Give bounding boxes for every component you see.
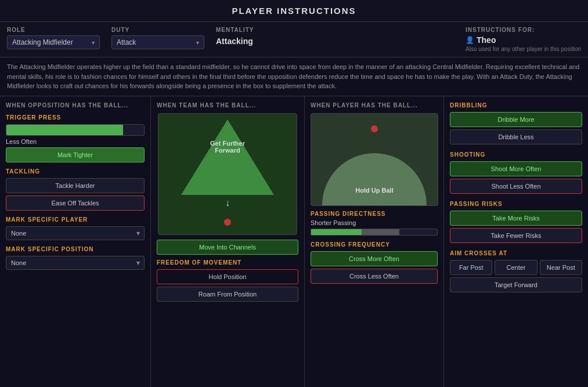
arrow-down-icon: ↓ bbox=[225, 198, 230, 208]
less-often-fill bbox=[6, 125, 123, 135]
tackle-harder-button[interactable]: Tackle Harder bbox=[6, 178, 145, 193]
description-bar: The Attacking Midfielder operates higher… bbox=[0, 57, 588, 96]
semicircle bbox=[322, 153, 427, 205]
passing-fill bbox=[311, 229, 362, 235]
shorter-passing-label: Shorter Passing bbox=[311, 219, 438, 226]
ease-off-tackles-button[interactable]: Ease Off Tackles bbox=[6, 196, 145, 211]
top-bar: ROLE Attacking Midfielder ▾ DUTY Attack … bbox=[0, 22, 588, 57]
shoot-less-often-button[interactable]: Shoot Less Often bbox=[450, 179, 582, 194]
mentality-value: Attacking bbox=[216, 37, 254, 46]
middle-column: WHEN TEAM HAS THE BALL... Get Further Fo… bbox=[151, 96, 305, 388]
role-section: ROLE Attacking Midfielder ▾ bbox=[7, 27, 100, 49]
cross-less-often-button[interactable]: Cross Less Often bbox=[311, 269, 438, 284]
duty-select[interactable]: Attack bbox=[117, 38, 194, 46]
mentality-label: MENTALITY bbox=[216, 27, 254, 33]
hold-up-ball-label: Hold Up Ball bbox=[340, 187, 409, 194]
mark-specific-player-select[interactable]: None bbox=[6, 226, 145, 240]
take-fewer-risks-button[interactable]: Take Fewer Risks bbox=[450, 228, 582, 243]
player-ball-label: WHEN PLAYER HAS THE BALL... bbox=[311, 102, 417, 108]
shoot-more-often-button[interactable]: Shoot More Often bbox=[450, 161, 582, 176]
opposition-ball-label: WHEN OPPOSITION HAS THE BALL... bbox=[6, 102, 145, 108]
page-title: PLAYER INSTRUCTIONS bbox=[0, 0, 588, 22]
duty-label: DUTY bbox=[111, 27, 204, 33]
green-zone bbox=[181, 120, 274, 195]
main-content: WHEN OPPOSITION HAS THE BALL... TRIGGER … bbox=[0, 96, 588, 388]
right-column: DRIBBLING Dribble More Dribble Less SHOO… bbox=[444, 96, 588, 388]
mark-specific-player-select-wrapper: None bbox=[6, 226, 145, 240]
trigger-press-header: TRIGGER PRESS bbox=[6, 114, 145, 121]
player-dot-mid bbox=[224, 219, 231, 226]
less-often-bar bbox=[6, 124, 145, 136]
aim-crosses-header: AIM CROSSES AT bbox=[450, 250, 582, 256]
player-name: Theo bbox=[477, 35, 496, 45]
dribble-less-button[interactable]: Dribble Less bbox=[450, 129, 582, 144]
dribbling-header: DRIBBLING bbox=[450, 102, 582, 108]
duty-section: DUTY Attack ▾ bbox=[111, 27, 204, 49]
instructions-for-section: INSTRUCTIONS FOR: 👤 Theo Also used for a… bbox=[466, 27, 581, 52]
near-post-button[interactable]: Near Post bbox=[540, 260, 582, 275]
player-ball-column: WHEN PLAYER HAS THE BALL... Hold Up Ball… bbox=[305, 96, 444, 388]
also-used-text: Also used for any other player in this p… bbox=[466, 46, 581, 52]
less-often-label: Less Often bbox=[6, 138, 145, 145]
mark-tighter-button[interactable]: Mark Tighter bbox=[6, 147, 145, 162]
player-name-display: 👤 Theo bbox=[466, 35, 581, 45]
crossing-frequency-header: CROSSING FREQUENCY bbox=[311, 241, 438, 248]
dribble-more-button[interactable]: Dribble More bbox=[450, 112, 582, 127]
left-column: WHEN OPPOSITION HAS THE BALL... TRIGGER … bbox=[0, 96, 151, 388]
roam-from-position-button[interactable]: Roam From Position bbox=[157, 287, 298, 302]
role-label: ROLE bbox=[7, 27, 100, 33]
far-post-button[interactable]: Far Post bbox=[450, 260, 492, 275]
passing-fill-2 bbox=[362, 229, 399, 235]
instructions-for-label: INSTRUCTIONS FOR: bbox=[466, 27, 581, 33]
target-forward-button[interactable]: Target Forward bbox=[450, 277, 582, 292]
role-select[interactable]: Attacking Midfielder bbox=[12, 38, 89, 46]
role-dropdown[interactable]: Attacking Midfielder ▾ bbox=[7, 35, 100, 49]
take-more-risks-button[interactable]: Take More Risks bbox=[450, 211, 582, 226]
field-inner: Get Further Forward ↓ bbox=[158, 114, 297, 234]
mentality-section: MENTALITY Attacking bbox=[216, 27, 254, 46]
center-button[interactable]: Center bbox=[495, 260, 537, 275]
mark-specific-player-header: MARK SPECIFIC PLAYER bbox=[6, 216, 145, 223]
freedom-of-movement-header: FREEDOM OF MOVEMENT bbox=[157, 259, 241, 266]
player-dot-right bbox=[371, 125, 378, 132]
passing-risks-header: PASSING RISKS bbox=[450, 201, 582, 207]
mark-specific-position-select-wrapper: None bbox=[6, 256, 145, 270]
shooting-header: SHOOTING bbox=[450, 151, 582, 158]
passing-directness-bar bbox=[311, 229, 438, 236]
team-field-diagram: Get Further Forward ↓ bbox=[158, 113, 297, 235]
cross-more-often-button[interactable]: Cross More Often bbox=[311, 251, 438, 266]
team-ball-label: WHEN TEAM HAS THE BALL... bbox=[157, 102, 256, 108]
player-icon: 👤 bbox=[466, 36, 474, 44]
aim-crosses-grid: Far Post Center Near Post bbox=[450, 260, 582, 275]
hold-position-button[interactable]: Hold Position bbox=[157, 269, 298, 284]
duty-dropdown[interactable]: Attack ▾ bbox=[111, 35, 204, 49]
passing-directness-header: PASSING DIRECTNESS bbox=[311, 211, 438, 217]
player-field-diagram: Hold Up Ball bbox=[311, 113, 438, 206]
move-into-channels-button[interactable]: Move Into Channels bbox=[157, 240, 298, 255]
role-chevron-icon: ▾ bbox=[92, 39, 95, 46]
mark-specific-position-header: MARK SPECIFIC POSITION bbox=[6, 246, 145, 252]
tackling-header: TACKLING bbox=[6, 168, 145, 175]
duty-chevron-icon: ▾ bbox=[196, 39, 199, 46]
mark-specific-position-select[interactable]: None bbox=[6, 256, 145, 270]
